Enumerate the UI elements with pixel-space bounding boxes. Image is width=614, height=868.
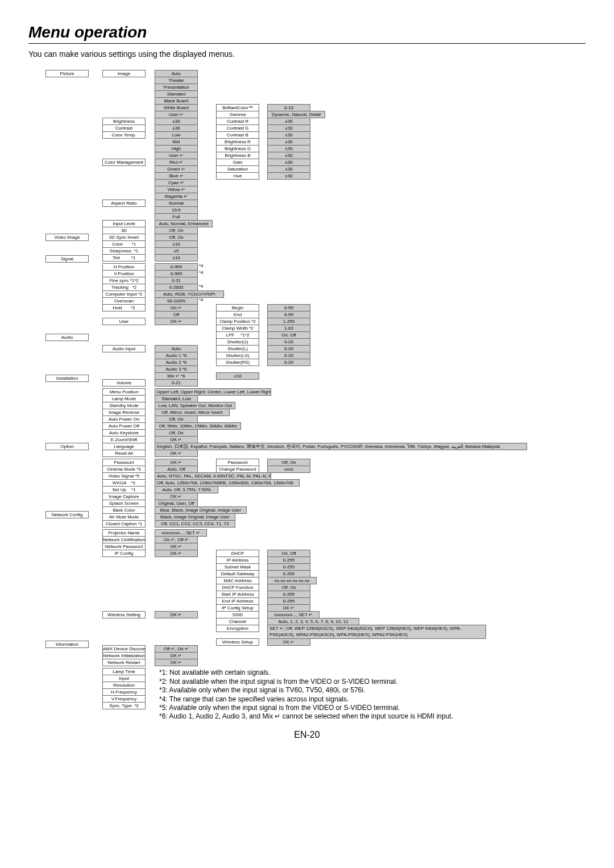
item: Tint *1 <box>102 254 146 261</box>
item: Hold *2 <box>102 304 146 312</box>
val: ±10 <box>216 372 259 380</box>
item: Sync. Type *2 <box>102 702 146 709</box>
val: OK ↵ <box>155 611 198 618</box>
val: English, 日本語, Español, Français, Italian… <box>155 443 527 450</box>
item: Wireless Setup <box>216 638 259 646</box>
item: Hue <box>216 172 259 180</box>
val: OK ↵ <box>155 659 198 666</box>
cat-info: Information <box>45 641 89 648</box>
item: User <box>102 318 146 325</box>
val: OK ↵ <box>267 638 310 646</box>
cat-audio: Audio <box>45 334 89 341</box>
item: Network Restart <box>102 659 146 666</box>
item: Closed Caption *1 <box>102 520 146 528</box>
footnotes: *1: Not available with certain signals. … <box>159 668 453 721</box>
cat-network: Network Config <box>45 511 89 518</box>
cat-option: Option <box>45 443 89 450</box>
item: Color Management <box>102 159 146 166</box>
item: Image <box>102 70 146 77</box>
footnote: *3: Available only when the input signal… <box>159 686 453 694</box>
val: 0-20 <box>267 359 310 366</box>
cat-signal: Signal <box>45 255 89 263</box>
val: 0-21 <box>155 379 198 387</box>
item: Aspect Ratio <box>102 200 146 207</box>
val: SET ↵, Off, WEP 128bit(ASCII), WEP 64bit… <box>267 625 486 639</box>
cat-video-image: Video Image <box>45 234 89 241</box>
page-title: Menu operation <box>28 23 586 44</box>
footnote: *5: Available only when the input signal… <box>159 704 453 712</box>
val: xxxx <box>267 466 310 473</box>
val: OK ↵ <box>155 550 198 557</box>
val: Off, CC1, CC2, CC3, CC4, T1, T2 <box>155 520 235 528</box>
footnote: *6: Audio 1, Audio 2, Audio 3, and Mix ↵… <box>159 712 453 720</box>
item: Color Temp. <box>102 131 146 139</box>
cat-installation: Installation <box>45 375 89 382</box>
item: Reset All <box>102 450 146 457</box>
item: Wireless Setting <box>102 611 146 618</box>
item: Encryption <box>216 625 259 632</box>
footnote: *2: Not available when the input signal … <box>159 678 453 686</box>
val: OK ↵ <box>155 450 198 457</box>
val: ±10 <box>155 254 198 261</box>
page-number: EN-20 <box>28 729 586 740</box>
intro-text: You can make various settings using the … <box>28 49 586 59</box>
footnote: *4: The range that can be specified vari… <box>159 695 453 703</box>
cat-picture: Picture <box>45 70 89 77</box>
footnote: *1: Not available with certain signals. <box>159 668 453 676</box>
item: Volume <box>102 379 146 387</box>
item: Shutter(RS) <box>216 359 259 366</box>
item: IP Config <box>102 550 146 557</box>
item: Audio Input <box>102 345 146 352</box>
val: OK ↵ <box>155 318 198 325</box>
val: ±30 <box>267 172 310 180</box>
